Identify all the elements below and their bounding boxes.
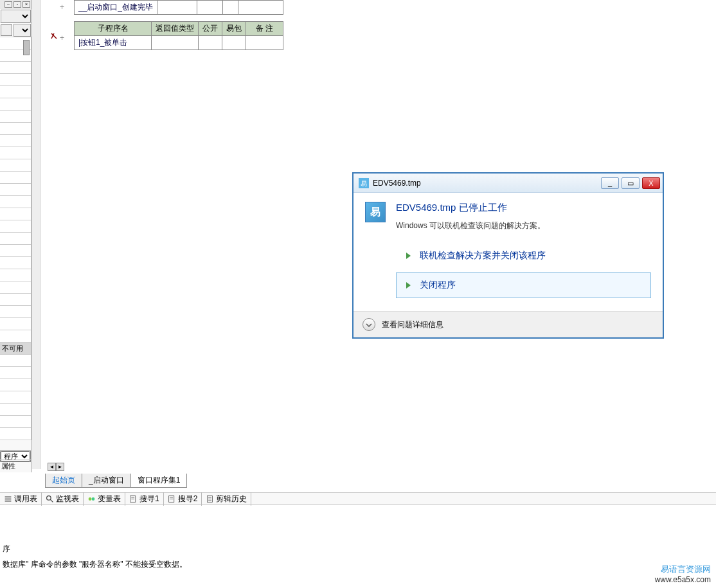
tab-procedure-set[interactable]: 窗口程序集1 [130,474,188,488]
editor-gutter [32,0,40,469]
tool-tabs-bar: 调用表 监视表 变量表 搜寻1 搜寻2 剪辑历史 [0,492,716,505]
tab-watch-table[interactable]: 监视表 [42,492,84,506]
expand-plus-icon[interactable]: + [60,33,66,40]
call-table-icon [4,495,12,503]
scrollbar-thumb[interactable] [23,40,30,55]
property-selector[interactable] [13,24,31,37]
log-line: 序 [3,541,713,557]
subroutine-table-2: 子程序名 返回值类型 公开 易包 备 注 |按钮1_被单击 [74,21,283,50]
tab-start-page[interactable]: 起始页 [45,474,82,488]
left-properties-panel: – ▫ × 不可用 [0,0,32,472]
dialog-titlebar[interactable]: 易 EDV5469.tmp _ ▭ X [354,174,663,193]
output-log: 序 数据库" 库命令的参数 "服务器名称" 不能接受空数据。 [0,514,716,575]
subroutine-name-cell[interactable]: __启动窗口_创建完毕 [75,1,157,15]
tab-call-table[interactable]: 调用表 [0,492,42,506]
subroutine-table-1: __启动窗口_创建完毕 [74,0,283,15]
horizontal-scroll-arrows: ◄ ► [48,463,64,471]
tab-edit-history[interactable]: 剪辑历史 [202,492,251,506]
cell[interactable] [223,1,238,15]
search2-icon [168,495,176,503]
scroll-left-icon[interactable]: ◄ [48,463,56,471]
panel-header: – ▫ × [0,0,31,9]
panel-close-icon[interactable]: × [22,1,30,8]
dialog-footer: 查看问题详细信息 [354,311,663,337]
view-details-label[interactable]: 查看问题详细信息 [382,319,443,330]
cell[interactable] [246,36,283,50]
color-swatch[interactable] [1,24,12,36]
tab-search1[interactable]: 搜寻1 [125,492,164,506]
svg-rect-0 [5,496,12,497]
option-check-online[interactable]: 联机检查解决方案并关闭该程序 [396,243,651,269]
tab-variable-table[interactable]: 变量表 [84,492,125,506]
search1-icon [129,495,138,503]
col-subroutine-name: 子程序名 [75,22,152,36]
property-grid[interactable]: 不可用 [0,37,31,440]
properties-label: 属性 [0,459,31,472]
svg-rect-2 [5,500,12,501]
history-icon [206,495,214,503]
row-icon [50,32,58,42]
svg-line-4 [50,499,53,502]
panel-restore-icon[interactable]: ▫ [13,1,21,8]
error-dialog: 易 EDV5469.tmp _ ▭ X 易 EDV5469.tmp 已停止工作 … [353,173,663,338]
cell[interactable] [152,36,199,50]
arrow-right-icon [404,251,413,260]
col-return-type: 返回值类型 [152,22,199,36]
dialog-maximize-button[interactable]: ▭ [622,177,640,189]
cell[interactable] [197,1,223,15]
option-close-program[interactable]: 关闭程序 [396,272,651,298]
property-toolbar [0,23,31,37]
dialog-title: EDV5469.tmp [373,179,601,188]
document-tabs: 起始页 _启动窗口 窗口程序集1 [45,474,186,488]
subroutine-name-cell[interactable]: |按钮1_被单击 [75,36,152,50]
tab-startup-window[interactable]: _启动窗口 [82,474,131,488]
cell[interactable] [157,1,197,15]
expand-plus-icon[interactable]: + [60,3,66,9]
dialog-app-icon: 易 [365,202,386,222]
log-line: 数据库" 库命令的参数 "服务器名称" 不能接受空数据。 [3,557,713,572]
dialog-heading: EDV5469.tmp 已停止工作 [396,202,545,214]
expand-details-button[interactable] [362,318,375,331]
search-icon [46,495,54,503]
dialog-body: 易 EDV5469.tmp 已停止工作 Windows 可以联机检查该问题的解决… [354,193,663,311]
dialog-close-button[interactable]: X [642,177,660,189]
dialog-subtext: Windows 可以联机检查该问题的解决方案。 [396,220,545,231]
property-unavailable: 不可用 [0,343,31,354]
object-selector[interactable] [1,10,31,22]
svg-rect-1 [5,498,12,499]
tab-search2[interactable]: 搜寻2 [164,492,202,506]
cell[interactable] [238,1,283,15]
dialog-app-small-icon: 易 [359,178,369,188]
panel-minimize-icon[interactable]: – [4,1,12,8]
svg-point-6 [92,497,95,501]
col-public: 公开 [199,22,222,36]
scroll-right-icon[interactable]: ► [56,463,64,471]
cell[interactable] [222,36,246,50]
arrow-right-icon [404,281,413,290]
cell[interactable] [199,36,222,50]
dialog-minimize-button[interactable]: _ [601,177,619,189]
variable-icon [87,495,96,503]
svg-point-3 [47,495,51,500]
watermark-title: 易语言资源网 [655,564,711,575]
object-selector-row [0,9,31,23]
col-ez-package: 易包 [222,22,246,36]
watermark-url: www.e5a5x.com [655,575,711,584]
watermark: 易语言资源网 www.e5a5x.com [655,564,711,584]
col-notes: 备 注 [246,22,283,36]
svg-point-5 [89,497,92,501]
dialog-options: 联机检查解决方案并关闭该程序 关闭程序 [396,243,651,298]
svg-text:易: 易 [361,180,367,187]
